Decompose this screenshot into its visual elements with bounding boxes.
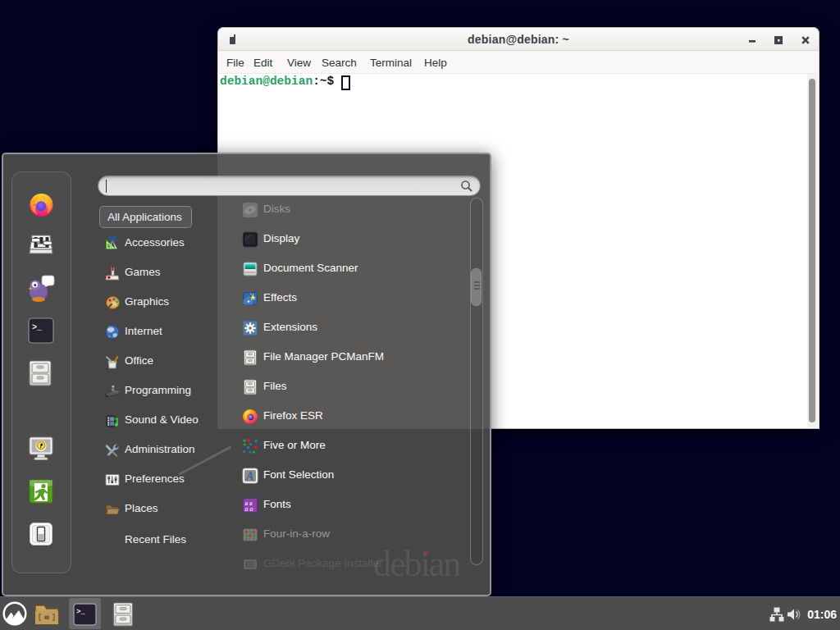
- svg-text:>_: >_: [76, 608, 85, 616]
- svg-text:A: A: [245, 470, 253, 482]
- svg-text:>_: >_: [32, 323, 43, 332]
- svg-text:a a: a a: [245, 505, 253, 513]
